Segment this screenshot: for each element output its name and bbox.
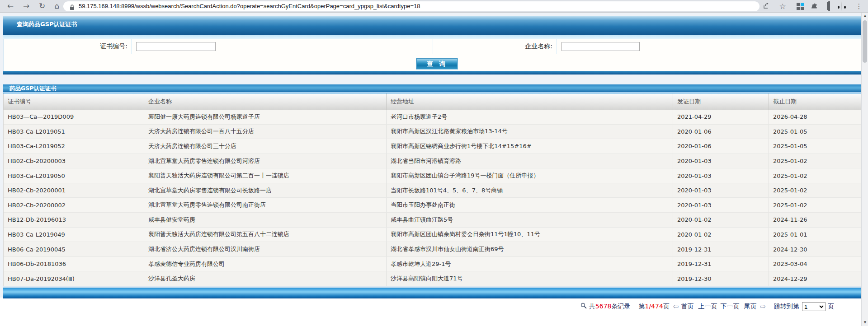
cell-company: 咸丰县健安堂药房 <box>144 213 387 227</box>
search-form: 证书编号: 企业名称: <box>3 39 861 54</box>
cell-issue-date: 2020-01-03 <box>673 183 769 198</box>
jump-to-label: 跳转到第 <box>774 303 799 311</box>
record-count: 共5678条记录 <box>589 303 631 311</box>
share-icon[interactable] <box>761 2 770 11</box>
cell-issue-date: 2020-01-06 <box>673 139 769 154</box>
cell-issue-date: 2021-04-29 <box>673 110 769 124</box>
last-page-arrow-icon[interactable]: ⇨ <box>760 303 766 311</box>
next-page-link[interactable]: 下一页 <box>720 303 739 311</box>
cell-issue-date: 2020-01-02 <box>673 228 769 242</box>
scrollbar-thumb[interactable] <box>863 20 867 63</box>
scroll-up-icon[interactable]: ▲ <box>862 13 868 19</box>
lock-icon[interactable] <box>70 4 75 12</box>
results-panel-bottom-bar <box>3 288 861 298</box>
cell-address: 当阳市长坂路101号4、5、6、7、8号商铺 <box>387 183 673 198</box>
jump-page-select[interactable]: 1 <box>802 302 826 311</box>
cell-cert-no: HB03—Ca—2019D009 <box>4 110 144 124</box>
results-panel: 药品GSP认证证书 证书编号 企业名称 经营地址 发证日期 截止日期 HB03—… <box>3 84 861 298</box>
cell-address: 当阳市玉阳办事处南正街 <box>387 198 673 212</box>
table-row: HB07-Da-20192034(Ⅲ) 沙洋县孔圣大药房 沙洋县高阳镇向阳大道7… <box>4 271 862 286</box>
cell-address: 襄阳市高新区汉江北路黄家粮油市场13-14号 <box>387 125 673 139</box>
cell-issue-date: 2019-12-31 <box>673 257 769 271</box>
cell-company: 天济大药房连锁有限公司三十分店 <box>144 139 387 154</box>
search-panel: 查询药品GSP认证证书 证书编号: 企业名称: 查 询 <box>3 16 861 75</box>
col-header-company: 企业名称 <box>144 93 387 110</box>
cell-company: 孝感麦德信专业药房有限公司 <box>144 257 387 271</box>
cell-cert-no: HB02-Cb-20200003 <box>4 154 144 168</box>
cell-issue-date: 2020-01-03 <box>673 154 769 168</box>
forward-icon[interactable]: → <box>20 0 32 13</box>
cell-issue-date: 2020-01-06 <box>673 125 769 139</box>
cell-expiry-date: 2025-01-02 <box>769 183 862 198</box>
company-cell <box>557 39 862 54</box>
cell-company: 襄阳健一康大药房连锁有限公司杨家道子店 <box>144 110 387 124</box>
profile-avatar[interactable] <box>837 2 846 11</box>
cell-company: 襄阳普天独活大药房连锁有限公司第二百一十一连锁店 <box>144 168 387 183</box>
home-icon[interactable]: ⌂ <box>51 0 63 13</box>
table-header: 证书编号 企业名称 经营地址 发证日期 截止日期 <box>3 93 861 110</box>
cert-no-label: 证书编号: <box>4 39 132 54</box>
cell-expiry-date: 2023-03-04 <box>769 257 862 271</box>
page-number: 1/474 <box>645 303 663 310</box>
cell-company: 湖北省济公大药房连锁有限公司汉川南街店 <box>144 242 387 256</box>
cell-address: 襄阳市高新区团山镇台子湾路19号一楼门面（住所申报） <box>387 168 673 183</box>
last-page-link[interactable]: 尾页 <box>744 303 756 311</box>
table-row: HB03-Ca-L2019051 天济大药房连锁有限公司一百八十五分店 襄阳市高… <box>4 125 862 140</box>
search-button[interactable]: 查 询 <box>416 58 458 69</box>
cell-cert-no: HB03-Ca-L2019050 <box>4 168 144 183</box>
table-row: HB06-Db-20181036 孝感麦德信专业药房有限公司 孝感市乾坤大道29… <box>4 257 862 272</box>
results-panel-title: 药品GSP认证证书 <box>3 84 861 92</box>
page-indicator: 第1/474页 <box>638 303 669 311</box>
record-count-number: 5678 <box>595 303 612 310</box>
cell-expiry-date: 2024-12-29 <box>769 271 862 286</box>
cell-company: 湖北宜草堂大药房零售连锁有限公司长坂路一店 <box>144 183 387 198</box>
search-panel-strip <box>3 35 861 39</box>
cell-company: 湖北宜草堂大药房零售连锁有限公司河溶店 <box>144 154 387 168</box>
table-row: HB02-Cb-20200003 湖北宜草堂大药房零售连锁有限公司河溶店 湖北省… <box>4 154 862 169</box>
table-row: HB03-Ca-L2019050 襄阳普天独活大药房连锁有限公司第二百一十一连锁… <box>4 168 862 183</box>
cell-address: 孝感市乾坤大道29-1号 <box>387 257 673 271</box>
cell-address: 湖北省当阳市河溶镇育溶路 <box>387 154 673 168</box>
cell-expiry-date: 2024-12-30 <box>769 242 862 256</box>
menu-kebab-icon[interactable]: ⋮ <box>854 2 863 11</box>
cell-cert-no: HB07-Da-20192034(Ⅲ) <box>4 271 144 286</box>
table-row: HB03—Ca—2019D009 襄阳健一康大药房连锁有限公司杨家道子店 老河口… <box>4 110 862 125</box>
cell-issue-date: 2019-12-30 <box>673 271 769 286</box>
browser-toolbar: ← → ↻ ⌂ 59.175.169.148:8999/wssb/websear… <box>0 0 868 13</box>
extension-grid-icon[interactable] <box>796 2 805 11</box>
bookmark-star-icon[interactable]: ☆ <box>778 2 787 11</box>
back-icon[interactable]: ← <box>5 0 16 13</box>
col-header-cert-no: 证书编号 <box>4 93 144 110</box>
vertical-scrollbar[interactable]: ▲ ▼ <box>861 13 868 326</box>
url-text[interactable]: 59.175.169.148:8999/wssb/websearch/Searc… <box>79 1 420 11</box>
col-header-issue-date: 发证日期 <box>673 93 769 110</box>
cert-no-input[interactable] <box>136 42 216 51</box>
cell-cert-no: HB02-Cb-20200001 <box>4 183 144 198</box>
cell-address: 襄阳市高新区团山镇余岗村委会日杂街11号1幢10、11号 <box>387 228 673 242</box>
cell-company: 襄阳普天独活大药房连锁有限公司第五百八十二连锁店 <box>144 228 387 242</box>
cell-cert-no: HB06-Ca-20190045 <box>4 242 144 256</box>
extensions-puzzle-icon[interactable] <box>810 2 819 11</box>
cell-cert-no: HB12-Db-20196013 <box>4 213 144 227</box>
first-page-link[interactable]: 首页 <box>681 303 693 311</box>
scroll-down-icon[interactable]: ▼ <box>862 319 868 326</box>
col-header-address: 经营地址 <box>387 93 673 110</box>
jump-page-suffix: 页 <box>828 303 834 311</box>
company-input[interactable] <box>561 42 640 51</box>
cell-address: 沙洋县高阳镇向阳大道71号 <box>387 271 673 286</box>
table-row: HB02-Cb-20200001 湖北宜草堂大药房零售连锁有限公司长坂路一店 当… <box>4 183 862 198</box>
cell-address: 湖北省孝感市汉川市仙女山街道南正街69号 <box>387 242 673 256</box>
cell-issue-date: 2019-12-31 <box>673 242 769 256</box>
cell-expiry-date: 2026-04-28 <box>769 110 862 124</box>
cell-company: 沙洋县孔圣大药房 <box>144 271 387 286</box>
cell-cert-no: HB03-Ca-L2019052 <box>4 139 144 154</box>
address-bar[interactable]: 59.175.169.148:8999/wssb/websearch/Searc… <box>63 1 760 11</box>
cell-expiry-date: 2025-01-05 <box>769 125 862 139</box>
side-panel-icon[interactable] <box>825 2 834 11</box>
cell-issue-date: 2020-01-02 <box>673 213 769 227</box>
cell-expiry-date: 2025-01-05 <box>769 139 862 154</box>
reload-icon[interactable]: ↻ <box>36 0 48 13</box>
cell-cert-no: HB03-Ca-L2019049 <box>4 228 144 242</box>
prev-page-link[interactable]: 上一页 <box>698 303 717 311</box>
first-page-arrow-icon[interactable]: ⇦ <box>673 303 679 311</box>
